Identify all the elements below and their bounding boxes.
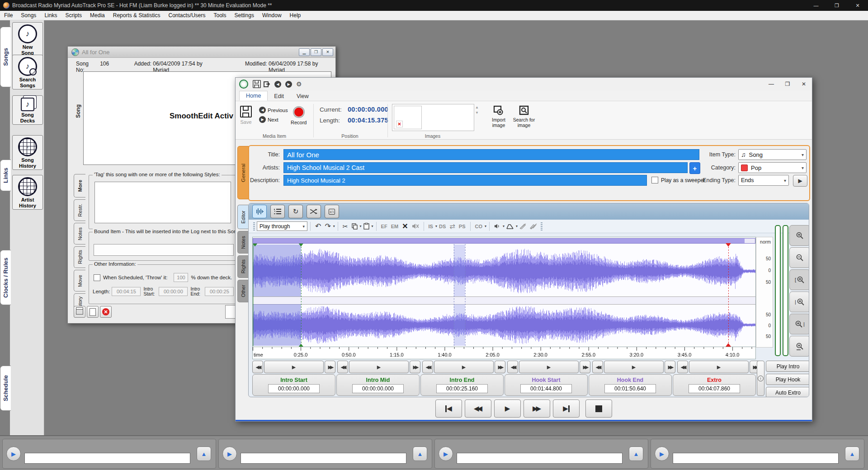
copy-icon[interactable] [352,223,358,230]
throw-value-field[interactable]: 100 [174,273,188,282]
cue-play-button[interactable]: ▶ [519,361,579,373]
view-shuffle-button[interactable] [307,205,321,218]
paste-options-icon[interactable]: ▾ [372,224,373,228]
delete-button[interactable]: ✕ [100,306,112,318]
sidebar-section-links[interactable]: Links [0,160,11,191]
throw-checkbox[interactable] [94,274,100,281]
sidebar-section-songs[interactable]: Songs [0,27,11,87]
cue-play-button[interactable]: ▶ [264,361,324,373]
cue-time-field[interactable]: 00:01:44.800 [520,384,572,393]
search-image-button[interactable]: Search for image [512,105,536,128]
cue-rewind-button[interactable]: ◀◀ [337,361,348,373]
undo-icon[interactable]: ↶ [315,222,321,230]
images-box[interactable]: ✕ [392,104,474,131]
export-icon[interactable] [264,81,270,88]
delete-x-icon[interactable]: ✕ [402,222,408,230]
sidebar-section-clocks-rules[interactable]: Clocks / Rules [0,250,11,305]
copy-options-icon[interactable]: ▾ [360,224,362,228]
import-image-button[interactable]: Import image [487,105,510,128]
cart-play-button[interactable]: ▶ [6,446,21,461]
ribbon-tab-view[interactable]: View [290,92,315,101]
sidebar-button-song-history[interactable]: ♪SongHistory [12,135,43,170]
play-intro-button[interactable]: Play Intro [766,361,809,372]
cue-rewind-button[interactable]: ◀◀ [507,361,518,373]
sidebar-button-search-songs[interactable]: ♪SearchSongs [12,55,43,89]
code-em-button[interactable]: EM [391,224,399,229]
rewind-button[interactable]: ◀◀ [465,400,491,418]
ribbon-tab-edit[interactable]: Edit [268,92,290,101]
cart-play-button[interactable]: ▶ [439,446,453,461]
song-tab-notes[interactable]: Notes [74,223,85,244]
view-list-button[interactable] [270,205,285,218]
zoom-right-edge-button[interactable]: | [789,314,809,334]
tab-general[interactable]: General [237,146,249,199]
menu-tools[interactable]: Tools [210,12,231,19]
intro-end-field[interactable]: 00:00:25 [205,287,234,296]
view-waveform-button[interactable] [252,205,267,218]
cue-forward-button[interactable]: ▶▶ [410,361,420,373]
editor-tab-notes[interactable]: Notes [237,231,248,254]
sidebar-button-song-decks[interactable]: ♪SongDecks [12,95,43,125]
sweeper-checkbox-row[interactable]: Play as a sweeper [651,177,705,183]
song-tab-restr[interactable]: Restr. [74,199,85,221]
cart-eject-button[interactable]: ▲ [629,446,643,461]
sidebar-button-new-song[interactable]: ♪NewSong [12,22,43,57]
cue-time-field[interactable]: 00:04:07.860 [689,384,740,393]
menu-media[interactable]: Media [86,12,109,19]
artists-field[interactable]: High School Musical 2 Cast [283,162,688,173]
add-artist-button[interactable]: + [689,162,700,174]
code-co-button[interactable]: CO [475,224,483,229]
settings-gear-icon[interactable]: ⚙ [296,80,302,88]
sidebar-section-schedule[interactable]: Schedule [0,366,11,411]
song-tab-move[interactable]: Move [74,270,85,291]
forward-icon[interactable]: ▶ [285,81,292,88]
envelope-icon[interactable] [506,224,514,229]
smoothedit-titlebar[interactable]: ◀ ▶ ⚙ — ❐ ✕ [236,78,812,90]
editor-tab-other[interactable]: Other [237,280,248,302]
cue-rewind-button[interactable]: ◀◀ [677,361,688,373]
stop-button[interactable] [585,400,612,418]
cue-forward-button[interactable]: ▶▶ [495,361,505,373]
menu-reports-statistics[interactable]: Reports & Statistics [109,12,165,19]
ending-play-button[interactable]: ▶ [793,175,807,187]
new-page-button[interactable] [87,306,99,318]
skip-end-button[interactable]: ▶ [553,400,580,418]
song-window-close-button[interactable]: ✕ [322,48,333,56]
cut-icon[interactable]: ✂ [343,223,348,230]
cue-rewind-button[interactable]: ◀◀ [592,361,603,373]
ribbon-tab-home[interactable]: Home [239,91,268,101]
song-window-minimize-button[interactable]: ▁ [299,48,310,56]
code-ds-button[interactable]: DS [439,224,446,229]
menu-settings[interactable]: Settings [231,12,258,19]
cart-eject-button[interactable]: ▲ [197,446,211,461]
cart-play-button[interactable]: ▶ [222,446,237,461]
close-button[interactable]: ✕ [847,0,868,11]
song-tab-more[interactable]: More [74,174,85,197]
cart-play-button[interactable]: ▶ [655,446,669,461]
song-window-titlebar[interactable]: All for One ▁ ❐ ✕ [68,47,335,58]
bound-item-field[interactable] [94,244,234,256]
view-console-button[interactable]: c:\ [325,205,339,218]
print-button[interactable] [74,306,85,318]
sweeper-checkbox[interactable] [651,177,658,183]
skip-start-button[interactable]: ◀ [435,400,462,418]
menu-links[interactable]: Links [40,12,61,19]
description-field[interactable]: High School Musical 2 [283,175,647,186]
cue-time-field[interactable]: 00:00:00.000 [268,384,320,393]
cart-eject-button[interactable]: ▲ [845,446,859,461]
song-tab-rights[interactable]: Rights [74,246,85,268]
ending-type-dropdown[interactable]: Ends▾ [738,175,789,186]
zoom-fit-button[interactable] [789,336,809,357]
record-button[interactable]: Record [291,107,307,125]
smoothedit-maximize-button[interactable]: ❐ [779,78,796,90]
scroll-up-icon[interactable]: ▲ [475,105,479,110]
menu-songs[interactable]: Songs [17,12,40,19]
play-mode-combo[interactable]: Play through▾ [257,221,307,231]
images-scroll[interactable]: ▲▼ [475,105,479,116]
play-button[interactable]: ▶ [494,400,521,418]
image-thumbnail[interactable]: ✕ [394,106,422,129]
menu-contacts-users[interactable]: Contacts/Users [164,12,209,19]
intro-start-field[interactable]: 00:00:00 [159,287,188,296]
view-loop-button[interactable]: ↻ [288,205,303,218]
fast-forward-button[interactable]: ▶▶ [524,400,550,418]
